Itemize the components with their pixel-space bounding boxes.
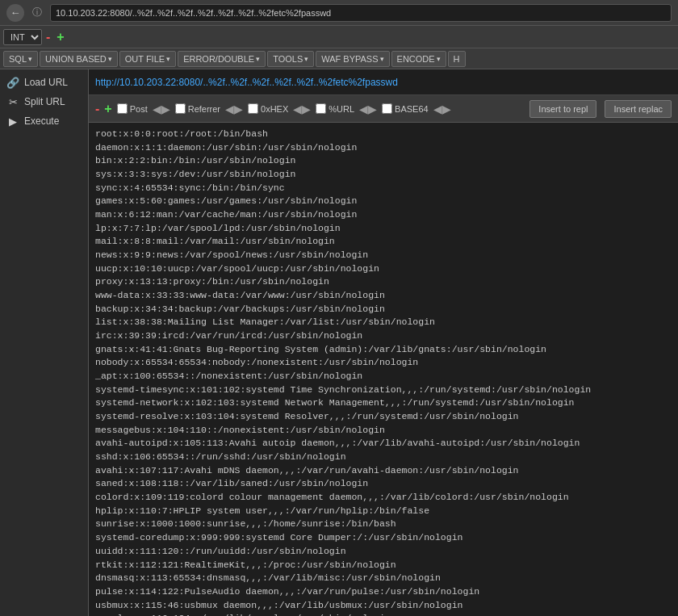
h-menu[interactable]: H xyxy=(448,51,466,67)
load-url-icon: 🔗 xyxy=(6,76,19,89)
filter-url-checkbox[interactable] xyxy=(316,103,326,114)
toolbar-plus-btn[interactable]: + xyxy=(54,30,66,44)
error-double-menu[interactable]: ERROR/DOUBLE ▾ xyxy=(178,51,266,67)
content-area: http://10.10.203.22:8080/..%2f..%2f..%2f… xyxy=(89,69,678,616)
filter-base64-label: BASE64 xyxy=(395,104,429,114)
filter-row: - + Post ◀▶ Referrer ◀▶ 0xHEX ◀▶ xyxy=(89,95,678,123)
filter-referrer-group[interactable]: Referrer xyxy=(175,103,220,114)
sidebar-item-load-url[interactable]: 🔗 Load URL xyxy=(0,73,88,92)
sidebar-item-load-url-label: Load URL xyxy=(24,77,68,88)
filter-minus[interactable]: - xyxy=(95,102,99,116)
url-text: http://10.10.203.22:8080/..%2f..%2f..%2f… xyxy=(95,77,398,88)
tools-menu[interactable]: TOOLS ▾ xyxy=(267,51,314,67)
filter-url-label: %URL xyxy=(329,104,354,114)
passwd-content[interactable]: root:x:0:0:root:/root:/bin/bash daemon:x… xyxy=(89,123,678,616)
middle-section: 🔗 Load URL ✂ Split URL ▶ Execute http://… xyxy=(0,69,678,616)
sidebar-item-split-url[interactable]: ✂ Split URL xyxy=(0,92,88,111)
sidebar: 🔗 Load URL ✂ Split URL ▶ Execute xyxy=(0,69,89,616)
insert-replace-button[interactable]: Insert replac xyxy=(605,100,672,118)
filter-0xhex-group[interactable]: 0xHEX xyxy=(248,103,288,114)
union-based-menu[interactable]: UNION BASED ▾ xyxy=(40,51,118,67)
sidebar-item-execute[interactable]: ▶ Execute xyxy=(0,111,88,131)
out-file-menu[interactable]: OUT FILE ▾ xyxy=(119,51,176,67)
encode-menu[interactable]: ENCODE ▾ xyxy=(391,51,446,67)
sql-menu[interactable]: SQL ▾ xyxy=(3,51,38,67)
filter-url-group[interactable]: %URL xyxy=(316,103,354,114)
filter-plus[interactable]: + xyxy=(104,102,111,116)
filter-base64-group[interactable]: BASE64 xyxy=(382,103,429,114)
content-url-display: http://10.10.203.22:8080/..%2f..%2f..%2f… xyxy=(89,69,678,95)
sidebar-item-split-url-label: Split URL xyxy=(24,96,65,107)
filter-0xhex-label: 0xHEX xyxy=(261,104,288,114)
filter-0xhex-checkbox[interactable] xyxy=(248,103,258,114)
title-bar: ← ⓘ xyxy=(0,0,678,26)
filter-referrer-label: Referrer xyxy=(188,104,220,114)
filter-post-label: Post xyxy=(130,104,148,114)
int-select[interactable]: INT xyxy=(3,29,42,45)
nav-icons: ← xyxy=(6,4,24,22)
address-bar[interactable] xyxy=(50,4,672,22)
filter-post-checkbox[interactable] xyxy=(117,103,128,114)
execute-icon: ▶ xyxy=(6,115,19,128)
toolbar-minus-btn[interactable]: - xyxy=(44,30,52,44)
info-button[interactable]: ⓘ xyxy=(29,5,45,21)
sidebar-item-execute-label: Execute xyxy=(24,115,59,127)
split-url-icon: ✂ xyxy=(6,95,19,108)
filter-post-group[interactable]: Post xyxy=(117,103,148,114)
waf-bypass-menu[interactable]: WAF BYPASS ▾ xyxy=(316,51,389,67)
main-toolbar: INT - + xyxy=(0,26,678,48)
app-window: ← ⓘ INT - + SQL ▾ UNION BASED ▾ OUT FILE… xyxy=(0,0,678,616)
filter-referrer-checkbox[interactable] xyxy=(175,103,186,114)
filter-base64-checkbox[interactable] xyxy=(382,103,392,114)
menu-toolbar: SQL ▾ UNION BASED ▾ OUT FILE ▾ ERROR/DOU… xyxy=(0,48,678,69)
back-button[interactable]: ← xyxy=(6,4,24,22)
insert-to-replace-button[interactable]: Insert to repl xyxy=(529,100,596,118)
